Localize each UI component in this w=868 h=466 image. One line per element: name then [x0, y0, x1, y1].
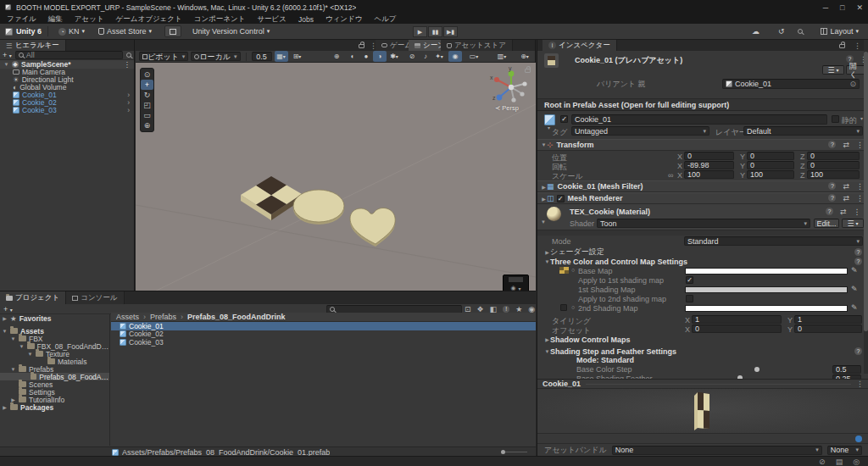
menu-gameobject[interactable]: ゲームオブジェクト: [116, 14, 182, 25]
shader-dropdown[interactable]: Toon▾: [597, 219, 810, 228]
menu-edit[interactable]: 編集: [48, 14, 63, 25]
help-icon[interactable]: ?: [826, 208, 833, 215]
tree-item-materials[interactable]: Materials: [0, 358, 109, 365]
menu-jobs[interactable]: Jobs: [298, 15, 314, 24]
asset-preview-area[interactable]: [537, 389, 868, 433]
transform-tool-button[interactable]: ⊕: [141, 120, 153, 130]
lighting-toggle[interactable]: ●: [359, 51, 373, 62]
tiling-x-field[interactable]: 1: [692, 315, 782, 324]
foldout-icon[interactable]: ▼: [541, 219, 546, 225]
scene-visibility-toggle[interactable]: ◉: [448, 51, 462, 62]
breadcrumb-assets[interactable]: Assets: [116, 313, 139, 321]
foldout-icon[interactable]: ▶: [541, 184, 547, 190]
shadow-control-maps-group[interactable]: ▶ Shadow Control Maps: [537, 335, 868, 344]
play-button[interactable]: ▶: [413, 26, 427, 37]
foldout-icon[interactable]: ▶: [544, 336, 550, 342]
close-icon[interactable]: ✕: [856, 3, 863, 12]
tab-asset-store[interactable]: アセットストア: [441, 40, 513, 51]
menu-assets[interactable]: アセット: [75, 14, 104, 25]
tab-inspector[interactable]: i インスペクター: [542, 40, 617, 51]
inspector-scrollbar[interactable]: [864, 40, 868, 374]
more-icon[interactable]: ⋮: [124, 60, 135, 69]
camera-settings-dropdown[interactable]: ▭▾: [467, 51, 481, 62]
texture-thumbnail-icon[interactable]: [559, 267, 569, 274]
shader-edit-button[interactable]: Edit...: [814, 219, 839, 228]
layout-dropdown[interactable]: Layout ▾: [816, 25, 863, 37]
menu-file[interactable]: ファイル: [7, 14, 36, 25]
hierarchy-item-cookie-03[interactable]: Cookie_03 ›: [13, 107, 134, 114]
search-by-label-icon[interactable]: ❖: [477, 305, 484, 313]
active-checkbox[interactable]: ✓: [560, 115, 568, 123]
help-icon[interactable]: ?: [854, 347, 862, 355]
scrollbar-thumb[interactable]: [864, 52, 868, 331]
help-icon[interactable]: ?: [828, 141, 836, 148]
tab-hierarchy[interactable]: ☰ ヒエラルキー: [0, 40, 66, 51]
pause-button[interactable]: ▮▮: [428, 26, 442, 37]
more-icon[interactable]: ⋮: [856, 141, 864, 149]
component-tools-dropdown[interactable]: ▥▾: [495, 51, 509, 62]
audio-toggle[interactable]: ♪: [419, 51, 432, 62]
console-log-icon[interactable]: ▤: [836, 458, 843, 466]
gizmo-crosshair-toggle[interactable]: ⊕: [330, 51, 343, 62]
transform-component-header[interactable]: ▼ ⊹ Transform ? ⇄ ⋮: [537, 139, 868, 151]
foldout-icon[interactable]: ▶: [541, 196, 547, 202]
help-icon[interactable]: ?: [828, 182, 836, 190]
presets-icon[interactable]: ⇄: [843, 194, 849, 202]
alert-icon[interactable]: !: [503, 306, 509, 313]
mesh-filter-component-header[interactable]: ▶ ▦ Cookie_01 (Mesh Filter) ? ⇄ ⋮: [537, 180, 868, 192]
asset-label-icon[interactable]: [855, 435, 862, 442]
file-row-cookie-03[interactable]: Cookie_03: [111, 338, 536, 347]
background-tasks-icon[interactable]: ◎: [853, 458, 860, 466]
help-icon[interactable]: ?: [854, 258, 862, 265]
eyedropper-icon[interactable]: ✎: [851, 303, 858, 312]
position-x-field[interactable]: 0: [684, 152, 734, 160]
foldout-icon[interactable]: ▼: [541, 142, 547, 147]
search-filter-icon[interactable]: [126, 53, 131, 58]
hierarchy-search-input[interactable]: All: [15, 51, 123, 59]
search-icon[interactable]: [798, 29, 803, 34]
create-asset-button[interactable]: + ▾: [3, 305, 13, 313]
scale-z-field[interactable]: 100: [807, 170, 860, 179]
notifications-muted-icon[interactable]: ⊘: [819, 458, 826, 466]
eyedropper-icon[interactable]: ✎: [851, 285, 858, 293]
tree-item-texture[interactable]: ▼ Texture: [0, 350, 109, 358]
offset-x-field[interactable]: 0: [692, 325, 782, 333]
help-icon[interactable]: ?: [828, 194, 836, 202]
grid-snapping-toggle[interactable]: ▦▾: [275, 51, 288, 62]
asset-bundle-dropdown[interactable]: None▾: [612, 446, 822, 455]
foldout-icon[interactable]: ▶: [544, 249, 550, 255]
menu-window[interactable]: ウィンドウ: [326, 14, 363, 25]
foldout-icon[interactable]: ▼: [544, 349, 550, 354]
skybox-toggle[interactable]: ◑: [373, 51, 387, 62]
position-z-field[interactable]: 0: [807, 152, 860, 160]
apply-2nd-checkbox[interactable]: [686, 295, 693, 302]
second-shading-map-swatch[interactable]: [685, 305, 848, 312]
eyedropper-icon[interactable]: ✎: [851, 266, 858, 275]
apply-1st-checkbox[interactable]: ✓: [686, 276, 693, 284]
handle-orientation-dropdown[interactable]: ローカル▾: [191, 52, 240, 61]
more-icon[interactable]: ⋮: [856, 194, 864, 202]
version-control-dropdown[interactable]: Unity Version Control ▾: [188, 25, 274, 37]
file-row-cookie-01[interactable]: Cookie_01: [111, 322, 536, 330]
more-icon[interactable]: ⋮: [856, 182, 864, 191]
breadcrumb-current-folder[interactable]: Prefabs_08_FoodAndDrink: [187, 313, 286, 321]
lock-icon[interactable]: [839, 42, 845, 50]
prefab-open-chevron-icon[interactable]: ›: [127, 106, 134, 114]
menu-services[interactable]: サービス: [257, 14, 287, 25]
presets-icon[interactable]: ⇄: [840, 208, 847, 216]
effects-toggle[interactable]: ✦▾: [432, 51, 446, 62]
tree-item-tutorialinfo[interactable]: ▶ TutorialInfo: [0, 396, 109, 403]
rotate-tool-button[interactable]: ↻: [141, 90, 153, 100]
light-settings-toggle[interactable]: ✱▾: [387, 51, 401, 62]
second-map-enabled-checkbox[interactable]: [560, 304, 567, 311]
variant-parent-object-field[interactable]: Cookie_01 ⊙: [722, 79, 860, 89]
tab-console[interactable]: コンソール: [66, 291, 124, 304]
history-icon[interactable]: ↺: [778, 27, 785, 36]
pivot-dropdown[interactable]: ピボット▾: [139, 52, 188, 61]
tab-project[interactable]: プロジェクト: [0, 291, 66, 304]
tag-dropdown[interactable]: Untagged▾: [571, 126, 709, 136]
shading-step-group[interactable]: ▼ Shading Step and Feather Settings ?: [537, 347, 868, 356]
static-flags-dropdown-icon[interactable]: ▾: [860, 115, 863, 121]
label-icon[interactable]: ◧: [490, 305, 498, 313]
base-map-color-swatch[interactable]: [685, 268, 848, 275]
